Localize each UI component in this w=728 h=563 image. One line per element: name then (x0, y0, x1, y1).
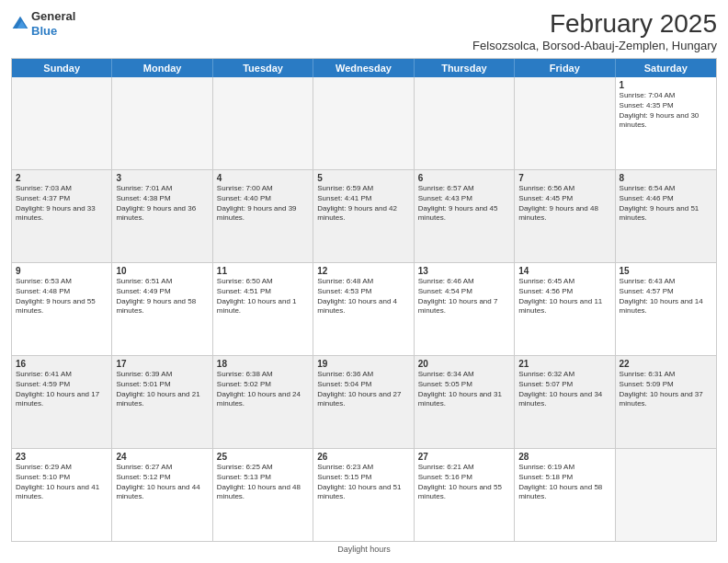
calendar-week-1: 1Sunrise: 7:04 AM Sunset: 4:35 PM Daylig… (12, 77, 716, 170)
cell-daylight-info: Sunrise: 6:31 AM Sunset: 5:09 PM Dayligh… (620, 370, 712, 409)
day-number: 5 (317, 173, 409, 183)
header-day-thursday: Thursday (415, 59, 515, 77)
calendar-cell (616, 449, 716, 541)
cell-daylight-info: Sunrise: 6:46 AM Sunset: 4:54 PM Dayligh… (418, 277, 510, 316)
calendar-cell: 19Sunrise: 6:36 AM Sunset: 5:04 PM Dayli… (313, 356, 414, 448)
cell-daylight-info: Sunrise: 6:45 AM Sunset: 4:56 PM Dayligh… (518, 277, 610, 316)
day-number: 22 (620, 359, 712, 369)
logo-text: General Blue (31, 9, 75, 38)
cell-daylight-info: Sunrise: 6:25 AM Sunset: 5:13 PM Dayligh… (217, 463, 309, 502)
calendar-cell: 7Sunrise: 6:56 AM Sunset: 4:45 PM Daylig… (515, 170, 615, 262)
cell-daylight-info: Sunrise: 6:57 AM Sunset: 4:43 PM Dayligh… (418, 184, 510, 224)
day-number: 4 (217, 173, 309, 183)
day-number: 21 (518, 359, 610, 369)
calendar-cell (515, 77, 615, 169)
day-number: 2 (16, 173, 108, 183)
page: General Blue February 2025 Felsozsolca, … (0, 0, 728, 563)
calendar-cell: 4Sunrise: 7:00 AM Sunset: 4:40 PM Daylig… (213, 170, 313, 262)
cell-daylight-info: Sunrise: 6:21 AM Sunset: 5:16 PM Dayligh… (418, 463, 510, 502)
header: General Blue February 2025 Felsozsolca, … (11, 9, 717, 52)
day-number: 27 (418, 452, 510, 462)
day-number: 12 (317, 266, 409, 276)
calendar-cell: 9Sunrise: 6:53 AM Sunset: 4:48 PM Daylig… (12, 263, 112, 355)
cell-daylight-info: Sunrise: 6:50 AM Sunset: 4:51 PM Dayligh… (217, 277, 309, 316)
calendar-cell: 25Sunrise: 6:25 AM Sunset: 5:13 PM Dayli… (213, 449, 313, 541)
day-number: 26 (317, 452, 409, 462)
cell-daylight-info: Sunrise: 6:34 AM Sunset: 5:05 PM Dayligh… (418, 370, 510, 409)
day-number: 13 (418, 266, 510, 276)
day-number: 24 (116, 452, 208, 462)
calendar-cell: 13Sunrise: 6:46 AM Sunset: 4:54 PM Dayli… (415, 263, 515, 355)
cell-daylight-info: Sunrise: 6:32 AM Sunset: 5:07 PM Dayligh… (518, 370, 610, 409)
cell-daylight-info: Sunrise: 7:00 AM Sunset: 4:40 PM Dayligh… (217, 184, 309, 224)
header-day-sunday: Sunday (12, 59, 112, 77)
day-number: 28 (518, 452, 610, 462)
location-subtitle: Felsozsolca, Borsod-Abauj-Zemplen, Hunga… (472, 39, 717, 52)
calendar-cell: 5Sunrise: 6:59 AM Sunset: 4:41 PM Daylig… (313, 170, 414, 262)
day-number: 23 (16, 452, 108, 462)
title-block: February 2025 Felsozsolca, Borsod-Abauj-… (472, 9, 717, 52)
day-number: 7 (518, 173, 610, 183)
calendar-cell: 21Sunrise: 6:32 AM Sunset: 5:07 PM Dayli… (515, 356, 615, 448)
calendar-cell (415, 77, 515, 169)
calendar-cell: 27Sunrise: 6:21 AM Sunset: 5:16 PM Dayli… (415, 449, 515, 541)
calendar-cell: 14Sunrise: 6:45 AM Sunset: 4:56 PM Dayli… (515, 263, 615, 355)
calendar-cell: 15Sunrise: 6:43 AM Sunset: 4:57 PM Dayli… (616, 263, 716, 355)
cell-daylight-info: Sunrise: 6:27 AM Sunset: 5:12 PM Dayligh… (116, 463, 208, 502)
cell-daylight-info: Sunrise: 6:59 AM Sunset: 4:41 PM Dayligh… (317, 184, 409, 224)
calendar-week-4: 16Sunrise: 6:41 AM Sunset: 4:59 PM Dayli… (12, 356, 716, 449)
cell-daylight-info: Sunrise: 6:29 AM Sunset: 5:10 PM Dayligh… (16, 463, 108, 502)
calendar-cell: 11Sunrise: 6:50 AM Sunset: 4:51 PM Dayli… (213, 263, 313, 355)
legend: Daylight hours (11, 542, 717, 556)
cell-daylight-info: Sunrise: 6:54 AM Sunset: 4:46 PM Dayligh… (620, 184, 712, 224)
cell-daylight-info: Sunrise: 7:01 AM Sunset: 4:38 PM Dayligh… (116, 184, 208, 224)
day-number: 17 (116, 359, 208, 369)
cell-daylight-info: Sunrise: 6:48 AM Sunset: 4:53 PM Dayligh… (317, 277, 409, 316)
logo-icon (11, 15, 29, 33)
header-day-wednesday: Wednesday (313, 59, 414, 77)
calendar-cell (12, 77, 112, 169)
cell-daylight-info: Sunrise: 6:51 AM Sunset: 4:49 PM Dayligh… (116, 277, 208, 316)
cell-daylight-info: Sunrise: 6:36 AM Sunset: 5:04 PM Dayligh… (317, 370, 409, 409)
cell-daylight-info: Sunrise: 6:38 AM Sunset: 5:02 PM Dayligh… (217, 370, 309, 409)
day-number: 11 (217, 266, 309, 276)
calendar-cell (313, 77, 414, 169)
day-number: 15 (620, 266, 712, 276)
day-number: 9 (16, 266, 108, 276)
calendar-cell: 8Sunrise: 6:54 AM Sunset: 4:46 PM Daylig… (616, 170, 716, 262)
cell-daylight-info: Sunrise: 6:39 AM Sunset: 5:01 PM Dayligh… (116, 370, 208, 409)
calendar-cell: 22Sunrise: 6:31 AM Sunset: 5:09 PM Dayli… (616, 356, 716, 448)
day-number: 18 (217, 359, 309, 369)
calendar-body: 1Sunrise: 7:04 AM Sunset: 4:35 PM Daylig… (12, 77, 716, 541)
cell-daylight-info: Sunrise: 6:41 AM Sunset: 4:59 PM Dayligh… (16, 370, 108, 409)
cell-daylight-info: Sunrise: 6:43 AM Sunset: 4:57 PM Dayligh… (620, 277, 712, 316)
header-day-friday: Friday (515, 59, 615, 77)
month-title: February 2025 (472, 9, 717, 39)
calendar-cell (213, 77, 313, 169)
calendar-week-2: 2Sunrise: 7:03 AM Sunset: 4:37 PM Daylig… (12, 170, 716, 263)
calendar-cell: 26Sunrise: 6:23 AM Sunset: 5:15 PM Dayli… (313, 449, 414, 541)
day-number: 14 (518, 266, 610, 276)
day-number: 3 (116, 173, 208, 183)
cell-daylight-info: Sunrise: 6:23 AM Sunset: 5:15 PM Dayligh… (317, 463, 409, 502)
calendar-week-3: 9Sunrise: 6:53 AM Sunset: 4:48 PM Daylig… (12, 263, 716, 356)
calendar-cell: 23Sunrise: 6:29 AM Sunset: 5:10 PM Dayli… (12, 449, 112, 541)
day-number: 8 (620, 173, 712, 183)
calendar-cell: 18Sunrise: 6:38 AM Sunset: 5:02 PM Dayli… (213, 356, 313, 448)
day-number: 16 (16, 359, 108, 369)
cell-daylight-info: Sunrise: 7:04 AM Sunset: 4:35 PM Dayligh… (620, 91, 712, 131)
calendar-cell: 20Sunrise: 6:34 AM Sunset: 5:05 PM Dayli… (415, 356, 515, 448)
calendar: SundayMondayTuesdayWednesdayThursdayFrid… (11, 58, 717, 542)
header-day-saturday: Saturday (616, 59, 716, 77)
day-number: 19 (317, 359, 409, 369)
day-number: 6 (418, 173, 510, 183)
header-day-monday: Monday (112, 59, 212, 77)
logo: General Blue (11, 9, 75, 38)
calendar-cell (112, 77, 212, 169)
calendar-week-5: 23Sunrise: 6:29 AM Sunset: 5:10 PM Dayli… (12, 449, 716, 541)
day-number: 1 (620, 80, 712, 90)
calendar-cell: 1Sunrise: 7:04 AM Sunset: 4:35 PM Daylig… (616, 77, 716, 169)
calendar-header: SundayMondayTuesdayWednesdayThursdayFrid… (12, 59, 716, 77)
header-day-tuesday: Tuesday (213, 59, 313, 77)
day-number: 20 (418, 359, 510, 369)
